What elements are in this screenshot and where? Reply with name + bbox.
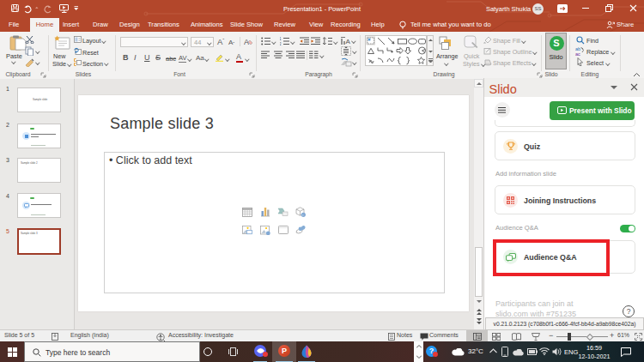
svg-text:ac: ac <box>575 51 580 56</box>
svg-text:A: A <box>346 38 351 45</box>
svg-text:1: 1 <box>280 37 282 41</box>
svg-text:2: 2 <box>280 42 282 45</box>
